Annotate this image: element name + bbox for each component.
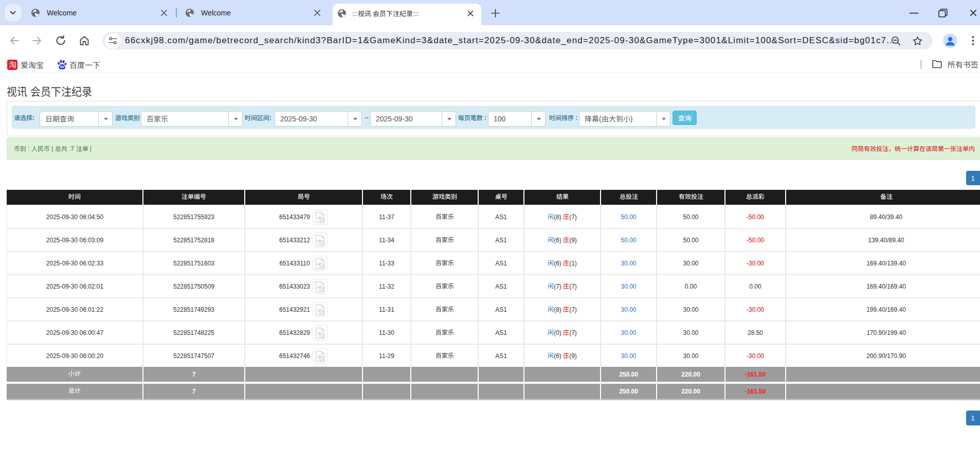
svg-text:du: du [60,65,64,68]
